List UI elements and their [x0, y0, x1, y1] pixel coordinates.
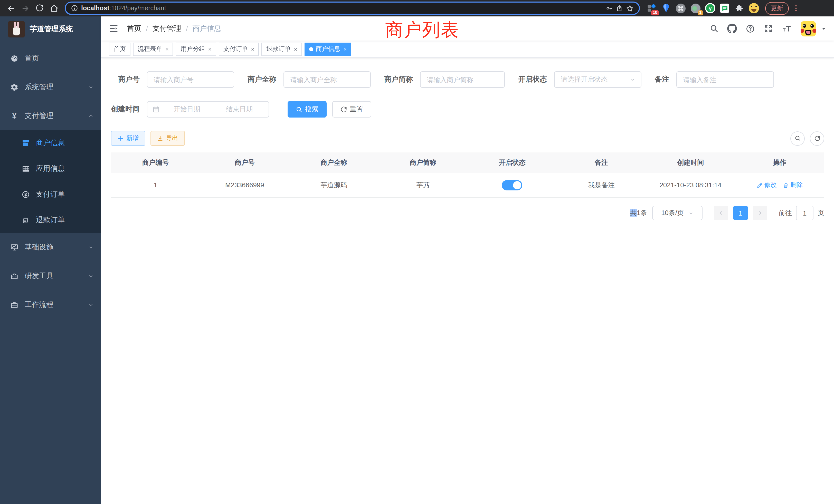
caret-down-icon[interactable]	[821, 25, 827, 31]
share-icon[interactable]	[616, 5, 623, 12]
reset-button[interactable]: 重置	[332, 101, 371, 117]
browser-home-button[interactable]	[47, 2, 61, 15]
merchant-table: 商户编号 商户号 商户全称 商户简称 开启状态 备注 创建时间 操作 1 M23…	[111, 153, 824, 198]
tab-refund-order[interactable]: 退款订单×	[262, 42, 302, 56]
browser-forward-button[interactable]	[19, 2, 32, 15]
bookmark-star-icon[interactable]	[626, 4, 634, 12]
tab-home[interactable]: 首页	[109, 42, 130, 56]
close-icon[interactable]: ×	[251, 46, 255, 52]
plus-icon	[117, 135, 124, 141]
cell-merchant-no: M233666999	[200, 181, 289, 189]
sidebar-item-refund-order[interactable]: 退款订单	[0, 207, 101, 233]
site-info-icon[interactable]	[71, 5, 78, 12]
edit-link[interactable]: 修改	[756, 181, 776, 189]
goto-page-input[interactable]	[796, 206, 813, 220]
sidebar-item-workflow[interactable]: 工作流程	[0, 291, 101, 319]
status-toggle[interactable]	[502, 180, 523, 190]
font-size-icon[interactable]	[782, 24, 792, 33]
search-button[interactable]: 搜索	[288, 101, 327, 117]
status-select[interactable]: 请选择开启状态	[554, 71, 641, 88]
extension-balloon-icon[interactable]	[661, 3, 671, 13]
tab-user-group[interactable]: 用户分组×	[176, 42, 216, 56]
sidebar-item-home[interactable]: 首页	[0, 44, 101, 73]
field-label: 商户全称	[247, 75, 276, 84]
extension-y-icon[interactable]: y	[705, 3, 716, 13]
tab-label: 商户信息	[316, 45, 341, 53]
url-host: localhost	[81, 5, 109, 12]
yen-icon: ¥	[10, 112, 19, 120]
prev-page-button[interactable]	[714, 206, 728, 220]
tab-process-form[interactable]: 流程表单×	[133, 42, 173, 56]
password-key-icon[interactable]	[606, 5, 613, 12]
sidebar-item-app-info[interactable]: 应用信息	[0, 156, 101, 182]
sidebar-toggle-icon[interactable]	[109, 24, 118, 33]
help-icon[interactable]	[746, 24, 755, 33]
date-range-picker[interactable]: 开始日期 - 结束日期	[147, 101, 269, 117]
next-page-button[interactable]	[753, 206, 767, 220]
sidebar-item-label: 基础设施	[25, 243, 53, 252]
close-icon[interactable]: ×	[166, 46, 169, 52]
delete-link[interactable]: 删除	[783, 181, 803, 189]
merchant-no-input[interactable]	[147, 71, 234, 88]
sidebar-item-system[interactable]: 系统管理	[0, 73, 101, 101]
sidebar-item-dev-tools[interactable]: 研发工具	[0, 262, 101, 291]
tab-label: 首页	[113, 45, 126, 53]
column-header: 商户编号	[111, 158, 200, 167]
cell-remark: 我是备注	[557, 180, 646, 190]
date-separator: -	[211, 106, 215, 113]
sidebar-item-label: 支付订单	[36, 190, 65, 199]
extension-emoji-icon[interactable]	[749, 3, 759, 13]
short-name-input[interactable]	[420, 71, 505, 88]
browser-reload-button[interactable]	[33, 2, 46, 15]
browser-back-button[interactable]	[4, 2, 18, 15]
tab-merchant-info[interactable]: 商户信息×	[305, 42, 352, 56]
sidebar-item-infrastructure[interactable]: 基础设施	[0, 233, 101, 262]
address-bar[interactable]: localhost:1024/pay/merchant	[65, 2, 640, 15]
cell-merchant-id: 1	[111, 181, 200, 189]
header-search-icon[interactable]	[710, 24, 719, 33]
extension-command-icon[interactable]	[676, 3, 686, 13]
breadcrumb-section[interactable]: 支付管理	[153, 24, 181, 33]
pagination-goto: 前往 页	[778, 206, 824, 220]
github-icon[interactable]	[727, 24, 737, 33]
breadcrumb: 首页 / 支付管理 / 商户信息	[127, 24, 221, 33]
screen: localhost:1024/pay/merchant 10	[0, 0, 834, 504]
toggle-search-button[interactable]	[790, 131, 805, 145]
column-header: 商户号	[200, 158, 289, 167]
user-avatar[interactable]	[800, 21, 816, 36]
documents-icon	[22, 216, 30, 224]
field-label: 备注	[655, 75, 669, 84]
breadcrumb-home[interactable]: 首页	[127, 24, 141, 33]
extension-grid-icon[interactable]: 10	[646, 3, 656, 13]
sidebar-item-merchant-info[interactable]: 商户信息	[0, 130, 101, 156]
add-button[interactable]: 新增	[111, 131, 145, 146]
chevron-right-icon	[757, 210, 763, 216]
remark-input[interactable]	[676, 71, 774, 88]
sidebar-item-payment[interactable]: ¥ 支付管理	[0, 101, 101, 130]
browser-update-button[interactable]: 更新	[765, 2, 789, 15]
refresh-table-button[interactable]	[810, 131, 824, 145]
extension-chat-icon[interactable]	[720, 4, 729, 13]
field-label: 商户号	[111, 75, 140, 84]
sidebar-item-label: 工作流程	[25, 300, 53, 310]
forward-arrow-icon	[21, 4, 29, 13]
fullscreen-icon[interactable]	[764, 24, 773, 33]
sidebar: 芋道管理系统 首页 系统管理	[0, 17, 101, 504]
app-logo[interactable]: 芋道管理系统	[0, 17, 101, 42]
pagination: 共1条 10条/页 1 前往	[111, 206, 824, 220]
sidebar-item-pay-order[interactable]: 支付订单	[0, 182, 101, 207]
close-icon[interactable]: ×	[294, 46, 297, 52]
toolbar-right	[790, 131, 824, 145]
page-1-button[interactable]: 1	[733, 206, 748, 220]
export-button[interactable]: 导出	[151, 131, 185, 146]
tab-label: 用户分组	[180, 45, 205, 53]
full-name-input[interactable]	[284, 71, 371, 88]
extension-target-icon[interactable]: 1	[690, 3, 701, 13]
page-size-select[interactable]: 10条/页	[652, 206, 703, 220]
close-icon[interactable]: ×	[208, 46, 212, 52]
main-area: 商户列表 首页 / 支付管理 / 商户信息	[101, 17, 834, 504]
browser-menu-icon[interactable]	[792, 4, 800, 12]
tab-pay-order[interactable]: 支付订单×	[219, 42, 259, 56]
extensions-puzzle-icon[interactable]	[734, 3, 744, 13]
close-icon[interactable]: ×	[344, 46, 347, 52]
